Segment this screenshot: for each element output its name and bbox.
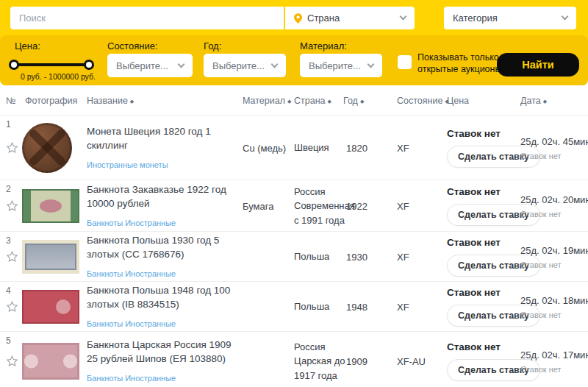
lot-condition: XF bbox=[397, 142, 441, 153]
filters-panel: Цена: 0 руб. - 1000000 руб. Состояние: В… bbox=[0, 35, 588, 85]
lot-category-link[interactable]: Иностранные монеты bbox=[87, 160, 168, 169]
header-price: Цена bbox=[447, 96, 469, 106]
bids-note: Ставок нет bbox=[520, 310, 587, 319]
header-date[interactable]: Дата◆ bbox=[520, 96, 547, 106]
lot-condition: XF-AU bbox=[397, 355, 441, 366]
lot-category-link[interactable]: Банкноты Иностранные bbox=[87, 319, 176, 328]
lot-year: 1909 bbox=[346, 355, 383, 366]
location-pin-icon bbox=[294, 13, 302, 24]
lot-number: 2 bbox=[6, 184, 11, 194]
lot-title[interactable]: Монета Швеция 1820 год 1 скиллинг bbox=[87, 124, 234, 153]
bids-note: Ставок нет bbox=[520, 364, 587, 373]
lot-year: 1930 bbox=[346, 251, 383, 262]
header-name[interactable]: Название◆ bbox=[87, 96, 134, 106]
table-header-row: № Фотография Название◆ Материал◆ Страна◆… bbox=[0, 85, 588, 115]
lot-year: 1820 bbox=[346, 142, 383, 153]
favorite-star-icon[interactable] bbox=[6, 355, 18, 367]
open-auctions-label: Показывать только открытые аукционы bbox=[417, 52, 504, 75]
lot-title[interactable]: Банкнота Царская Россия 1909 25 рублей Ш… bbox=[87, 338, 234, 366]
favorite-star-icon[interactable] bbox=[6, 250, 18, 263]
condition-select-value: Выберите... bbox=[116, 60, 179, 71]
price-range-slider[interactable] bbox=[9, 60, 94, 70]
header-material[interactable]: Материал◆ bbox=[243, 96, 291, 106]
lot-country: Россия Царская до 1917 года bbox=[294, 339, 345, 383]
open-auctions-checkbox[interactable] bbox=[398, 55, 412, 69]
year-label: Год: bbox=[204, 40, 221, 52]
lot-number: 4 bbox=[6, 285, 11, 296]
country-select-label: Страна bbox=[307, 13, 401, 24]
lot-condition: XF bbox=[397, 301, 441, 312]
time-left: 25д. 02ч. 18мин. bbox=[520, 294, 587, 305]
find-button[interactable]: Найти bbox=[497, 53, 579, 77]
filter-area: Страна Категория Цена: 0 руб. - 1000000 … bbox=[0, 0, 588, 85]
header-condition-label: Состояние bbox=[397, 96, 442, 106]
sort-icon: ◆ bbox=[328, 99, 331, 104]
time-left: 25д. 02ч. 20мин. bbox=[520, 194, 587, 205]
header-condition[interactable]: Состояние◆ bbox=[397, 96, 449, 106]
time-left: 25д. 02ч. 45мин. bbox=[520, 135, 587, 146]
lot-photo[interactable] bbox=[22, 189, 79, 223]
lot-category-link[interactable]: Банкноты Иностранные bbox=[87, 269, 176, 278]
lot-title[interactable]: Банкнота Закавказье 1922 год 10000 рубле… bbox=[87, 182, 234, 211]
lot-photo[interactable] bbox=[22, 290, 79, 324]
lot-number: 1 bbox=[6, 119, 11, 129]
lot-category-link[interactable]: Банкноты Иностранные bbox=[87, 374, 176, 383]
table-row: 4 Банкнота Польша 1948 год 100 злотых (I… bbox=[0, 281, 588, 331]
chevron-down-icon bbox=[562, 13, 569, 21]
lot-condition: XF bbox=[397, 200, 441, 211]
condition-label: Состояние: bbox=[107, 40, 157, 52]
header-material-label: Материал bbox=[243, 96, 285, 106]
price-label: Цена: bbox=[15, 40, 40, 52]
lot-photo[interactable] bbox=[22, 343, 79, 380]
lot-country: Польша bbox=[294, 249, 345, 264]
header-name-label: Название bbox=[87, 96, 128, 106]
sort-icon: ◆ bbox=[360, 99, 364, 104]
lot-number: 3 bbox=[6, 235, 11, 246]
favorite-star-icon[interactable] bbox=[6, 141, 18, 154]
lots-table: № Фотография Название◆ Материал◆ Страна◆… bbox=[0, 85, 588, 387]
bids-note: Ставок нет bbox=[520, 209, 587, 218]
favorite-star-icon[interactable] bbox=[6, 300, 18, 313]
category-select[interactable]: Категория bbox=[444, 7, 576, 29]
header-photo: Фотография bbox=[25, 96, 77, 106]
lot-title[interactable]: Банкнота Польша 1930 год 5 злотых (СС 17… bbox=[87, 233, 234, 262]
condition-select[interactable]: Выберите... bbox=[107, 54, 193, 77]
chevron-down-icon bbox=[271, 60, 279, 68]
lot-photo[interactable] bbox=[22, 240, 79, 274]
header-date-label: Дата bbox=[520, 96, 541, 106]
slider-handle-min[interactable] bbox=[9, 60, 19, 70]
header-year[interactable]: Год◆ bbox=[343, 96, 364, 106]
chevron-down-icon bbox=[368, 60, 375, 68]
material-label: Материал: bbox=[300, 40, 347, 52]
table-row: 3 Банкнота Польша 1930 год 5 злотых (СС … bbox=[0, 231, 588, 281]
lot-number: 5 bbox=[6, 335, 11, 346]
material-select[interactable]: Выберите... bbox=[300, 54, 382, 77]
lot-material: Бумага bbox=[243, 200, 293, 211]
favorite-star-icon[interactable] bbox=[6, 199, 18, 212]
lot-country: Польша bbox=[294, 299, 345, 314]
lot-year: 1948 bbox=[346, 301, 383, 312]
sort-icon: ◆ bbox=[287, 99, 291, 104]
lot-title[interactable]: Банкнота Польша 1948 год 100 злотых (IB … bbox=[87, 283, 234, 312]
lot-material: Cu (медь) bbox=[243, 142, 293, 153]
bids-note: Ставок нет bbox=[520, 260, 587, 269]
search-input[interactable] bbox=[10, 7, 284, 29]
lot-photo[interactable] bbox=[22, 123, 72, 173]
lot-country: Россия Современная с 1991 года bbox=[294, 184, 345, 227]
table-row: 2 Банкнота Закавказье 1922 год 10000 руб… bbox=[0, 180, 588, 231]
year-select[interactable]: Выберите... bbox=[204, 54, 286, 77]
top-search-bar: Страна Категория bbox=[0, 0, 588, 35]
chevron-down-icon bbox=[400, 13, 407, 21]
country-select[interactable]: Страна bbox=[285, 7, 415, 29]
header-country[interactable]: Страна◆ bbox=[294, 96, 331, 106]
chevron-down-icon bbox=[178, 60, 185, 68]
header-num: № bbox=[6, 96, 15, 106]
time-left: 25д. 02ч. 17мин. bbox=[520, 349, 587, 360]
header-year-label: Год bbox=[343, 96, 358, 106]
lot-country: Швеция bbox=[294, 141, 345, 155]
slider-track bbox=[13, 63, 90, 66]
slider-handle-max[interactable] bbox=[84, 60, 94, 70]
lot-category-link[interactable]: Банкноты Иностранные bbox=[87, 219, 176, 227]
header-country-label: Страна bbox=[294, 96, 326, 106]
category-select-label: Категория bbox=[453, 13, 562, 24]
